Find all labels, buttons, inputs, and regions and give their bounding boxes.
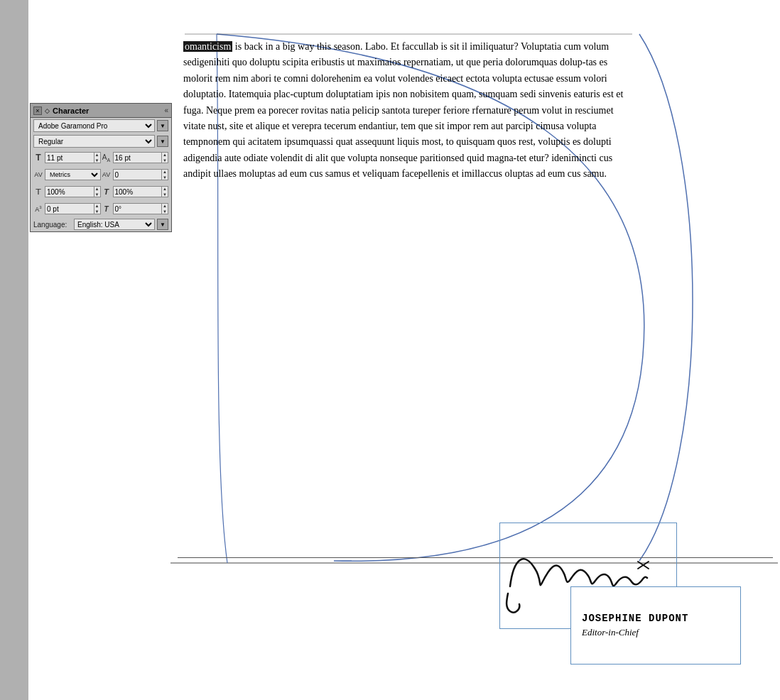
vscale-field: T ▲ ▼ — [102, 185, 169, 199]
tracking-up[interactable]: ▲ — [162, 169, 168, 175]
panel-titlebar: × ◇ Character « — [31, 104, 171, 118]
kerning-tracking-row: AV Metrics AV ▲ ▼ — [31, 166, 171, 183]
baseline-input[interactable] — [45, 205, 94, 213]
signature-area: JOSEPHINE DUPONT Editor-in-Chief — [499, 523, 741, 665]
font-size-input[interactable] — [45, 154, 94, 162]
tracking-input[interactable] — [114, 171, 162, 179]
skew-icon: T — [102, 205, 112, 213]
language-select[interactable]: English: USA — [74, 219, 155, 230]
leading-icon: AA — [102, 153, 112, 163]
leading-field: AA ▲ ▼ — [102, 151, 169, 165]
skew-down[interactable]: ▼ — [162, 209, 168, 214]
signature-info-box: JOSEPHINE DUPONT Editor-in-Chief — [570, 586, 741, 665]
font-family-row: Adobe Garamond Pro ▼ — [31, 118, 171, 133]
vscale-input[interactable] — [114, 188, 162, 196]
font-style-arrow[interactable]: ▼ — [157, 136, 168, 147]
highlighted-word: omanticism — [183, 41, 232, 52]
panel-collapse-button[interactable]: « — [164, 106, 168, 114]
font-family-arrow[interactable]: ▼ — [157, 120, 168, 131]
tracking-icon: AV — [102, 171, 112, 178]
hscale-field: T ▲ ▼ — [33, 185, 101, 199]
baseline-skew-row: A3 ▲ ▼ T ▲ ▼ — [31, 200, 171, 217]
panel-title: Character — [53, 106, 89, 115]
font-style-select[interactable]: Regular — [33, 135, 155, 148]
tracking-down[interactable]: ▼ — [162, 175, 168, 180]
baseline-field: A3 ▲ ▼ — [33, 202, 101, 216]
signature-box-outer: JOSEPHINE DUPONT Editor-in-Chief — [499, 523, 741, 665]
vscale-icon: T — [102, 187, 112, 196]
leading-input[interactable] — [114, 154, 162, 162]
baseline-down[interactable]: ▼ — [94, 209, 100, 214]
font-size-field: T ▲ ▼ — [33, 151, 101, 165]
signature-title: Editor-in-Chief — [582, 627, 730, 638]
font-size-icon: T — [33, 153, 43, 163]
article-text: omanticism is back in a big way this sea… — [183, 39, 631, 182]
skew-up[interactable]: ▲ — [162, 203, 168, 209]
skew-input[interactable] — [114, 205, 162, 213]
font-size-up[interactable]: ▲ — [94, 152, 100, 158]
font-style-row: Regular ▼ — [31, 133, 171, 149]
signature-name: JOSEPHINE DUPONT — [582, 613, 730, 624]
panel-diamond-icon: ◇ — [45, 107, 50, 114]
font-size-down[interactable]: ▼ — [94, 158, 100, 163]
leading-down[interactable]: ▼ — [162, 158, 168, 163]
baseline-icon: A3 — [33, 205, 43, 213]
hscale-down[interactable]: ▼ — [94, 192, 100, 197]
baseline-up[interactable]: ▲ — [94, 203, 100, 209]
size-leading-row: T ▲ ▼ AA ▲ ▼ — [31, 149, 171, 166]
hscale-icon: T — [32, 188, 45, 196]
panel-close-button[interactable]: × — [33, 106, 42, 115]
skew-field: T ▲ ▼ — [102, 202, 169, 216]
tracking-field: AV ▲ ▼ — [102, 168, 169, 182]
character-panel: × ◇ Character « Adobe Garamond Pro ▼ Reg… — [30, 103, 172, 232]
language-row: Language: English: USA ▼ — [31, 217, 171, 231]
leading-up[interactable]: ▲ — [162, 152, 168, 158]
language-label: Language: — [33, 221, 72, 229]
vscale-up[interactable]: ▲ — [162, 186, 168, 192]
kerning-icon: AV — [33, 171, 43, 178]
scale-row: T ▲ ▼ T ▲ ▼ — [31, 183, 171, 200]
vscale-down[interactable]: ▼ — [162, 192, 168, 197]
kerning-field: AV Metrics — [33, 168, 101, 182]
kerning-select[interactable]: Metrics — [45, 169, 101, 180]
language-arrow[interactable]: ▼ — [157, 219, 168, 230]
hscale-up[interactable]: ▲ — [94, 186, 100, 192]
article-body: is back in a big way this season. Labo. … — [183, 41, 623, 179]
font-family-select[interactable]: Adobe Garamond Pro — [33, 119, 155, 132]
hscale-input[interactable] — [45, 188, 94, 196]
